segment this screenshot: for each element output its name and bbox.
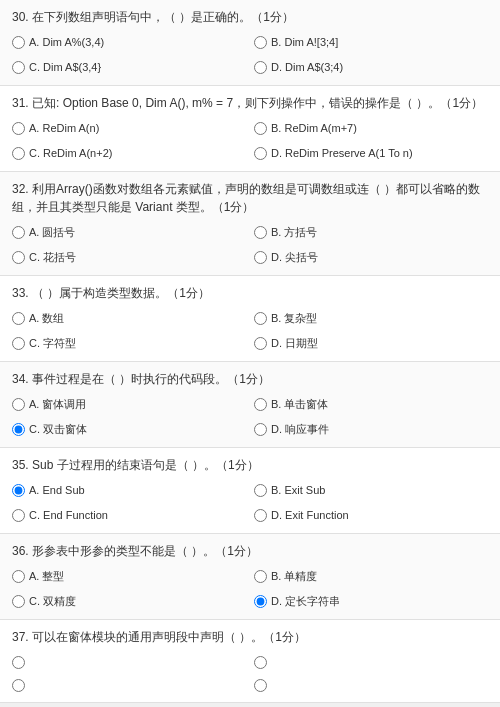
option-q37-c[interactable] (12, 675, 246, 694)
radio-q32-c[interactable] (12, 251, 25, 264)
radio-q35-d[interactable] (254, 509, 267, 522)
question-block-q32: 32. 利用Array()函数对数组各元素赋值，声明的数组是可调数组或连（ ）都… (0, 172, 500, 276)
option-q31-c[interactable]: C. ReDim A(n+2) (12, 143, 246, 164)
option-q36-a[interactable]: A. 整型 (12, 566, 246, 587)
radio-q37-c[interactable] (12, 679, 25, 692)
option-q35-b[interactable]: B. Exit Sub (254, 480, 488, 501)
question-block-q33: 33. （ ）属于构造类型数据。（1分）A. 数组B. 复杂型C. 字符型D. … (0, 276, 500, 362)
radio-q32-a[interactable] (12, 226, 25, 239)
option-label-q32-b: B. 方括号 (271, 224, 317, 241)
option-q35-c[interactable]: C. End Function (12, 505, 246, 526)
option-label-q32-a: A. 圆括号 (29, 224, 75, 241)
radio-q36-c[interactable] (12, 595, 25, 608)
question-block-q30: 30. 在下列数组声明语句中，（ ）是正确的。（1分）A. Dim A%(3,4… (0, 0, 500, 86)
option-q34-a[interactable]: A. 窗体调用 (12, 394, 246, 415)
radio-q32-d[interactable] (254, 251, 267, 264)
option-q30-a[interactable]: A. Dim A%(3,4) (12, 32, 246, 53)
option-label-q30-c: C. Dim A$(3,4} (29, 59, 101, 76)
options-grid-q31: A. ReDim A(n)B. ReDim A(m+7)C. ReDim A(n… (12, 118, 488, 163)
radio-q30-a[interactable] (12, 36, 25, 49)
radio-q33-d[interactable] (254, 337, 267, 350)
option-q32-b[interactable]: B. 方括号 (254, 222, 488, 243)
question-title-q31: 31. 已知: Option Base 0, Dim A(), m% = 7，则… (12, 94, 488, 112)
option-q34-b[interactable]: B. 单击窗体 (254, 394, 488, 415)
option-q31-b[interactable]: B. ReDim A(m+7) (254, 118, 488, 139)
radio-q31-b[interactable] (254, 122, 267, 135)
option-q35-d[interactable]: D. Exit Function (254, 505, 488, 526)
option-q37-b[interactable] (254, 652, 488, 671)
option-q30-b[interactable]: B. Dim A![3;4] (254, 32, 488, 53)
question-title-q36: 36. 形参表中形参的类型不能是（ ）。（1分） (12, 542, 488, 560)
question-title-q30: 30. 在下列数组声明语句中，（ ）是正确的。（1分） (12, 8, 488, 26)
option-label-q30-d: D. Dim A$(3;4) (271, 59, 343, 76)
radio-q31-c[interactable] (12, 147, 25, 160)
radio-q30-b[interactable] (254, 36, 267, 49)
radio-q34-c[interactable] (12, 423, 25, 436)
option-q36-c[interactable]: C. 双精度 (12, 591, 246, 612)
radio-q33-a[interactable] (12, 312, 25, 325)
option-q31-a[interactable]: A. ReDim A(n) (12, 118, 246, 139)
option-label-q33-b: B. 复杂型 (271, 310, 317, 327)
question-block-q37: 37. 可以在窗体模块的通用声明段中声明（ ）。（1分） (0, 620, 500, 703)
question-title-q33: 33. （ ）属于构造类型数据。（1分） (12, 284, 488, 302)
radio-q32-b[interactable] (254, 226, 267, 239)
radio-q36-d[interactable] (254, 595, 267, 608)
option-label-q34-c: C. 双击窗体 (29, 421, 87, 438)
radio-q37-b[interactable] (254, 656, 267, 669)
option-label-q30-a: A. Dim A%(3,4) (29, 34, 104, 51)
option-q33-a[interactable]: A. 数组 (12, 308, 246, 329)
radio-q34-b[interactable] (254, 398, 267, 411)
radio-q31-d[interactable] (254, 147, 267, 160)
option-q33-b[interactable]: B. 复杂型 (254, 308, 488, 329)
radio-q37-d[interactable] (254, 679, 267, 692)
option-q31-d[interactable]: D. ReDim Preserve A(1 To n) (254, 143, 488, 164)
option-q32-a[interactable]: A. 圆括号 (12, 222, 246, 243)
radio-q35-a[interactable] (12, 484, 25, 497)
radio-q30-c[interactable] (12, 61, 25, 74)
radio-q36-a[interactable] (12, 570, 25, 583)
option-q35-a[interactable]: A. End Sub (12, 480, 246, 501)
radio-q37-a[interactable] (12, 656, 25, 669)
option-label-q34-b: B. 单击窗体 (271, 396, 328, 413)
option-q30-c[interactable]: C. Dim A$(3,4} (12, 57, 246, 78)
radio-q33-c[interactable] (12, 337, 25, 350)
option-label-q34-a: A. 窗体调用 (29, 396, 86, 413)
options-grid-q35: A. End SubB. Exit SubC. End FunctionD. E… (12, 480, 488, 525)
option-label-q33-c: C. 字符型 (29, 335, 76, 352)
option-q36-d[interactable]: D. 定长字符串 (254, 591, 488, 612)
option-q32-c[interactable]: C. 花括号 (12, 247, 246, 268)
option-label-q35-a: A. End Sub (29, 482, 85, 499)
option-label-q36-b: B. 单精度 (271, 568, 317, 585)
option-q30-d[interactable]: D. Dim A$(3;4) (254, 57, 488, 78)
option-q36-b[interactable]: B. 单精度 (254, 566, 488, 587)
option-q34-d[interactable]: D. 响应事件 (254, 419, 488, 440)
option-label-q36-c: C. 双精度 (29, 593, 76, 610)
option-label-q33-d: D. 日期型 (271, 335, 318, 352)
option-label-q32-d: D. 尖括号 (271, 249, 318, 266)
options-grid-q36: A. 整型B. 单精度C. 双精度D. 定长字符串 (12, 566, 488, 611)
radio-q30-d[interactable] (254, 61, 267, 74)
radio-q34-d[interactable] (254, 423, 267, 436)
options-grid-q30: A. Dim A%(3,4)B. Dim A![3;4]C. Dim A$(3,… (12, 32, 488, 77)
option-label-q31-b: B. ReDim A(m+7) (271, 120, 357, 137)
options-grid-q33: A. 数组B. 复杂型C. 字符型D. 日期型 (12, 308, 488, 353)
options-grid-q34: A. 窗体调用B. 单击窗体C. 双击窗体D. 响应事件 (12, 394, 488, 439)
option-label-q35-d: D. Exit Function (271, 507, 349, 524)
option-label-q32-c: C. 花括号 (29, 249, 76, 266)
option-q33-d[interactable]: D. 日期型 (254, 333, 488, 354)
radio-q31-a[interactable] (12, 122, 25, 135)
radio-q33-b[interactable] (254, 312, 267, 325)
question-title-q35: 35. Sub 子过程用的结束语句是（ ）。（1分） (12, 456, 488, 474)
radio-q34-a[interactable] (12, 398, 25, 411)
option-q34-c[interactable]: C. 双击窗体 (12, 419, 246, 440)
option-q37-a[interactable] (12, 652, 246, 671)
option-q32-d[interactable]: D. 尖括号 (254, 247, 488, 268)
radio-q35-c[interactable] (12, 509, 25, 522)
options-grid-q37 (12, 652, 488, 694)
option-label-q34-d: D. 响应事件 (271, 421, 329, 438)
option-q33-c[interactable]: C. 字符型 (12, 333, 246, 354)
option-q37-d[interactable] (254, 675, 488, 694)
radio-q36-b[interactable] (254, 570, 267, 583)
option-label-q35-c: C. End Function (29, 507, 108, 524)
radio-q35-b[interactable] (254, 484, 267, 497)
